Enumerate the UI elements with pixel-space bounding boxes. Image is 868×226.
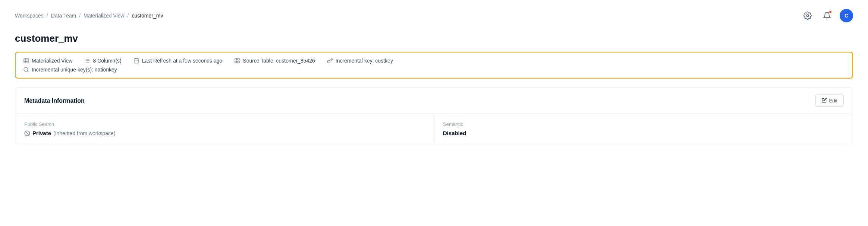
breadcrumb-sep-1: / bbox=[47, 13, 48, 19]
top-bar-actions: C bbox=[801, 9, 853, 22]
svg-rect-17 bbox=[235, 61, 237, 63]
info-source-label: Source Table: customer_85426 bbox=[243, 58, 315, 64]
info-columns-label: 8 Column(s) bbox=[93, 58, 121, 64]
public-search-label: Public Search bbox=[24, 121, 425, 127]
page-title: customer_mv bbox=[15, 33, 853, 44]
public-search-value-sub: (Inherited from workspace) bbox=[53, 130, 116, 136]
info-unique-key-label: Incremental unique key(s): nationkey bbox=[32, 67, 117, 73]
public-search-value-text: Private bbox=[32, 130, 51, 136]
breadcrumb: Workspaces / Data Team / Materialized Vi… bbox=[15, 13, 163, 19]
info-item-type: Materialized View bbox=[23, 58, 72, 64]
edit-button-label: Edit bbox=[829, 98, 837, 104]
private-icon bbox=[24, 130, 30, 136]
svg-line-21 bbox=[25, 131, 29, 135]
metadata-section: Metadata Information Edit Public Search bbox=[15, 87, 853, 144]
notifications-button[interactable] bbox=[820, 9, 834, 22]
info-card-row-1: Materialized View 8 Column(s) bbox=[23, 58, 845, 64]
info-card: Materialized View 8 Column(s) bbox=[15, 52, 853, 79]
breadcrumb-current: customer_mv bbox=[132, 13, 163, 19]
key-icon bbox=[327, 58, 333, 64]
svg-rect-15 bbox=[238, 58, 240, 60]
info-item-incremental-key: Incremental key: custkey bbox=[327, 58, 393, 64]
page-container: Workspaces / Data Team / Materialized Vi… bbox=[0, 0, 868, 226]
info-item-source: Source Table: customer_85426 bbox=[234, 58, 315, 64]
search-icon bbox=[23, 67, 29, 73]
edit-button[interactable]: Edit bbox=[815, 95, 844, 107]
metadata-body: Public Search Private (Inherited from wo… bbox=[15, 114, 853, 144]
grid-icon bbox=[234, 58, 240, 64]
info-card-row-2: Incremental unique key(s): nationkey bbox=[23, 67, 845, 73]
metadata-section-title: Metadata Information bbox=[24, 98, 85, 104]
calendar-icon bbox=[133, 58, 139, 64]
settings-button[interactable] bbox=[801, 9, 814, 22]
metadata-field-semantic: Semantic Disabled bbox=[434, 114, 853, 144]
metadata-field-public-search: Public Search Private (Inherited from wo… bbox=[15, 114, 434, 144]
public-search-value: Private (Inherited from workspace) bbox=[24, 130, 425, 136]
svg-rect-10 bbox=[134, 59, 139, 63]
metadata-header: Metadata Information Edit bbox=[15, 88, 853, 114]
semantic-value: Disabled bbox=[443, 130, 844, 136]
user-avatar[interactable]: C bbox=[840, 9, 853, 22]
info-item-columns: 8 Column(s) bbox=[84, 58, 121, 64]
edit-icon bbox=[822, 98, 827, 104]
notification-dot bbox=[829, 10, 832, 13]
info-item-refresh: Last Refresh at a few seconds ago bbox=[133, 58, 223, 64]
svg-line-19 bbox=[27, 71, 28, 72]
svg-rect-0 bbox=[24, 58, 28, 63]
breadcrumb-sep-3: / bbox=[127, 13, 129, 19]
gear-icon bbox=[803, 12, 812, 20]
top-bar: Workspaces / Data Team / Materialized Vi… bbox=[15, 9, 853, 22]
table-icon bbox=[23, 58, 29, 64]
semantic-value-text: Disabled bbox=[443, 130, 466, 136]
list-icon bbox=[84, 58, 90, 64]
info-incremental-key-label: Incremental key: custkey bbox=[336, 58, 393, 64]
info-type-label: Materialized View bbox=[32, 58, 72, 64]
info-item-unique-key: Incremental unique key(s): nationkey bbox=[23, 67, 117, 73]
breadcrumb-data-team[interactable]: Data Team bbox=[51, 13, 76, 19]
svg-rect-16 bbox=[238, 61, 240, 63]
svg-point-18 bbox=[24, 67, 28, 71]
breadcrumb-sep-2: / bbox=[79, 13, 81, 19]
info-refresh-label: Last Refresh at a few seconds ago bbox=[142, 58, 223, 64]
breadcrumb-materialized-view[interactable]: Materialized View bbox=[84, 13, 124, 19]
svg-rect-14 bbox=[235, 58, 237, 60]
semantic-label: Semantic bbox=[443, 121, 844, 127]
breadcrumb-workspaces[interactable]: Workspaces bbox=[15, 13, 44, 19]
